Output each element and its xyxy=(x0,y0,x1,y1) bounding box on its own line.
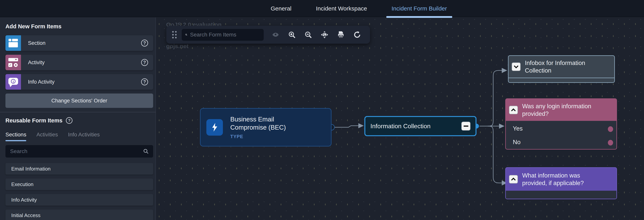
zoom-out-icon[interactable] xyxy=(304,30,313,39)
node-information-collection[interactable]: Information Collection xyxy=(364,116,476,136)
canvas-toolbar xyxy=(166,26,370,44)
reusable-section-email-information[interactable]: Email Information xyxy=(6,163,153,175)
tab-incident-form-builder-label: Incident Form Builder xyxy=(392,5,447,12)
lightning-bolt-icon xyxy=(206,119,223,136)
node-business-email-compromise[interactable]: Business Email Compromise (BEC) TYPE xyxy=(200,108,332,147)
expand-chevron-down-button[interactable] xyxy=(512,62,520,71)
question1-title-line2: provided? xyxy=(522,110,591,118)
reusable-section-info-activity[interactable]: Info Activity xyxy=(6,194,153,206)
collapse-chevron-up-button[interactable] xyxy=(509,175,518,184)
type-node-title-line2: Compromise (BEC) xyxy=(230,123,286,132)
section-node-title: Information Collection xyxy=(370,123,461,130)
node-was-login-information-provided[interactable]: Was any login information provided? Yes … xyxy=(505,98,617,150)
tab-info-activities[interactable]: Info Activities xyxy=(68,132,100,141)
zoom-in-icon[interactable] xyxy=(288,30,296,39)
info-speech-bubble-icon xyxy=(6,74,21,90)
section-help-icon[interactable]: ? xyxy=(141,39,148,46)
add-section-button[interactable]: Section ? xyxy=(6,35,153,51)
top-bar: General Incident Workspace Incident Form… xyxy=(0,0,644,17)
search-icon xyxy=(143,148,149,154)
change-sections-order-button[interactable]: Change Sections' Order xyxy=(6,93,153,108)
chevron-down-icon xyxy=(514,65,519,68)
activity-help-icon[interactable]: ? xyxy=(141,59,148,66)
add-section-label: Section xyxy=(28,40,46,46)
canvas-search-input[interactable] xyxy=(187,32,260,38)
tab-activities-label: Activities xyxy=(36,132,58,138)
add-new-form-items-title: Add New Form Items xyxy=(6,23,62,30)
section-layout-icon xyxy=(6,35,21,51)
chevron-up-icon xyxy=(511,108,516,112)
zoom-to-fit-icon[interactable] xyxy=(320,30,329,39)
infobox-footer xyxy=(508,78,614,82)
infobox-title-line2: Collection xyxy=(525,67,585,74)
sidebar-divider xyxy=(0,112,156,112)
minus-icon xyxy=(464,126,468,127)
tab-info-activities-label: Info Activities xyxy=(68,132,100,138)
question2-title-line1: What information was xyxy=(522,172,584,179)
collapse-chevron-up-button[interactable] xyxy=(509,106,518,114)
link-type-to-section xyxy=(334,126,358,127)
option-no[interactable]: No xyxy=(513,139,520,146)
question2-title-line2: provided, if applicable? xyxy=(522,179,584,187)
chevron-up-icon xyxy=(511,178,516,181)
print-icon[interactable] xyxy=(336,30,345,39)
tab-sections[interactable]: Sections xyxy=(6,132,26,141)
visibility-eye-icon[interactable] xyxy=(271,30,280,39)
top-tab-strip: General Incident Workspace Incident Form… xyxy=(258,0,459,17)
node-what-information-provided[interactable]: What information was provided, if applic… xyxy=(505,167,617,199)
tab-general[interactable]: General xyxy=(266,0,297,17)
form-items-sidebar: Add New Form Items Section ? ✓ Activity … xyxy=(0,17,156,220)
search-icon xyxy=(185,32,187,37)
option-yes[interactable]: Yes xyxy=(513,125,523,132)
sections-tab-underline xyxy=(6,140,26,141)
add-info-activity-label: Info Activity xyxy=(28,79,54,85)
reusable-section-execution[interactable]: Execution xyxy=(6,179,153,190)
type-node-badge: TYPE xyxy=(230,134,286,139)
toolbar-drag-handle-icon[interactable] xyxy=(172,31,177,38)
tab-incident-workspace[interactable]: Incident Workspace xyxy=(311,0,372,17)
arrowhead xyxy=(358,123,364,128)
sidebar-search xyxy=(6,145,153,158)
question2-footer xyxy=(506,191,616,199)
add-activity-button[interactable]: ✓ Activity ? xyxy=(6,55,153,70)
tab-activities[interactable]: Activities xyxy=(36,132,58,141)
link-section-to-infobox xyxy=(488,70,502,126)
reusable-section-initial-access[interactable]: Initial Access xyxy=(6,210,153,220)
canvas-search xyxy=(182,29,264,41)
sidebar-search-input[interactable] xyxy=(6,148,143,154)
reusable-tab-strip: Sections Activities Info Activities xyxy=(6,132,100,141)
option-yes-port[interactable] xyxy=(608,126,613,132)
link-section-to-question2 xyxy=(488,126,502,183)
tab-general-label: General xyxy=(271,5,292,12)
refresh-icon[interactable] xyxy=(353,30,362,39)
add-info-activity-button[interactable]: Info Activity ? xyxy=(6,74,153,90)
form-builder-canvas[interactable]: GoJS 2.0 evaluation (c) 1998-2022 Northw… xyxy=(156,17,644,220)
node-infobox-information-collection[interactable]: Infobox for Information Collection xyxy=(508,55,615,83)
infobox-title-line1: Infobox for Information xyxy=(525,59,585,67)
question1-title-line1: Was any login information xyxy=(522,102,591,110)
option-no-port[interactable] xyxy=(608,140,613,146)
activity-checklist-icon: ✓ xyxy=(6,55,21,70)
collapse-minus-button[interactable] xyxy=(461,122,470,131)
info-activity-help-icon[interactable]: ? xyxy=(141,78,148,85)
arrowhead xyxy=(499,124,504,129)
tab-incident-workspace-label: Incident Workspace xyxy=(316,5,367,12)
reusable-help-icon[interactable]: ? xyxy=(66,117,72,124)
reusable-form-items-title: Reusable Form Items xyxy=(6,117,62,124)
tab-sections-label: Sections xyxy=(6,132,26,138)
type-node-title-line1: Business Email xyxy=(230,115,286,123)
active-tab-underline xyxy=(386,16,452,18)
add-activity-label: Activity xyxy=(28,60,45,66)
arrowhead xyxy=(502,68,507,73)
tab-incident-form-builder[interactable]: Incident Form Builder xyxy=(386,0,452,17)
